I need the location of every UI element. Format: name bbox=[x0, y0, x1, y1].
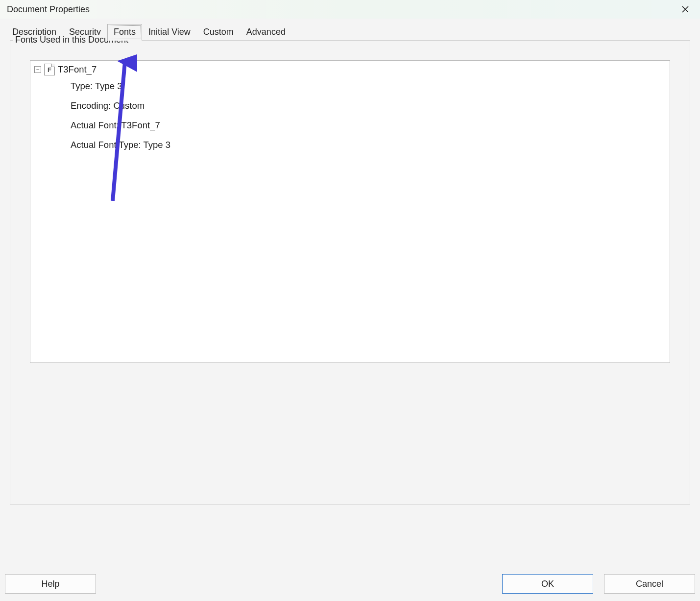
annotation-arrow-icon bbox=[98, 54, 137, 201]
tab-initial-view[interactable]: Initial View bbox=[142, 24, 197, 41]
window-title: Document Properties bbox=[7, 4, 90, 15]
dialog-button-row: Help OK Cancel bbox=[0, 572, 700, 596]
ok-button[interactable]: OK bbox=[502, 574, 593, 594]
help-button[interactable]: Help bbox=[5, 574, 96, 594]
cancel-button[interactable]: Cancel bbox=[604, 574, 695, 594]
svg-line-2 bbox=[113, 62, 125, 201]
font-file-icon: F bbox=[44, 64, 55, 75]
close-icon bbox=[681, 5, 689, 13]
font-name-label: T3Font_7 bbox=[58, 64, 97, 75]
title-bar: Document Properties bbox=[0, 0, 700, 19]
font-type-row: Type: Type 3 bbox=[71, 76, 670, 96]
font-actual-font-row: Actual Font: T3Font_7 bbox=[71, 116, 670, 135]
tab-custom[interactable]: Custom bbox=[197, 24, 240, 41]
close-button[interactable] bbox=[675, 2, 696, 17]
font-encoding-row: Encoding: Custom bbox=[71, 96, 670, 116]
tab-fonts[interactable]: Fonts bbox=[107, 24, 142, 41]
font-actual-font-type-row: Actual Font Type: Type 3 bbox=[71, 135, 670, 155]
tab-advanced[interactable]: Advanced bbox=[240, 24, 292, 41]
dialog-body: Description Security Fonts Initial View … bbox=[0, 19, 700, 601]
tree-collapse-icon[interactable]: − bbox=[34, 66, 41, 73]
